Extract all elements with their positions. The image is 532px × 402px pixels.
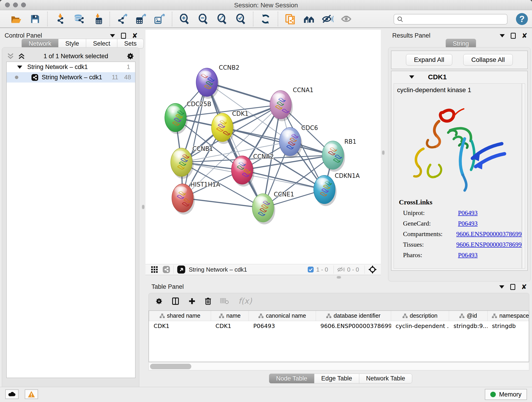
node-CCNB1[interactable]: CCNB1 (171, 145, 213, 179)
close-panel-icon[interactable]: ✘ (521, 284, 527, 290)
hidden-counts: 0 - 0 (347, 266, 359, 273)
node-HIST1H1A[interactable]: HIST1H1A (172, 181, 220, 215)
results-panel-title: Results Panel (392, 32, 431, 39)
float-panel-icon[interactable] (510, 284, 515, 290)
table-cell[interactable]: stringdb:9... (449, 321, 488, 331)
search-box[interactable] (394, 14, 507, 25)
export-image-button[interactable] (152, 12, 167, 26)
table-cell[interactable]: CDK1 (211, 321, 249, 331)
edge-CCNB2-CCNE1[interactable] (207, 82, 263, 208)
tree-expand-icon[interactable] (17, 65, 22, 69)
table-cell[interactable]: P06493 (249, 321, 316, 331)
table-cell[interactable]: CDK1 (149, 321, 211, 331)
refresh-button[interactable] (259, 12, 273, 26)
table-settings-button[interactable] (155, 297, 163, 306)
expand-all-icon[interactable] (18, 53, 25, 60)
column-header-database-identifier[interactable]: database identifier (316, 311, 391, 321)
export-network-button[interactable] (115, 12, 129, 26)
node-CDC6[interactable]: CDC6 (279, 124, 318, 158)
node-table[interactable]: shared namenamecanonical namedatabase id… (149, 311, 529, 362)
open-session-icon (10, 14, 22, 24)
close-panel-icon[interactable]: ✘ (522, 33, 527, 39)
float-panel-icon[interactable] (121, 33, 126, 39)
crosslink-link[interactable]: P06493 (458, 220, 478, 227)
crosslink-link[interactable]: 9606.ENSP00000378699 (456, 230, 522, 238)
birds-eye-view-icon[interactable] (151, 266, 158, 274)
node-RB1[interactable]: RB1 (322, 138, 356, 172)
table-row[interactable]: CDK1CDK1P064939606.ENSP00000378699cyclin… (149, 321, 529, 331)
network-collection-row[interactable]: String Network – cdk1 1 (7, 62, 135, 72)
column-header-name[interactable]: name (211, 311, 249, 321)
panel-menu-icon[interactable] (500, 34, 505, 37)
column-header-shared-name[interactable]: shared name (149, 311, 211, 321)
fit-selected-icon[interactable] (368, 265, 377, 274)
collapse-all-button[interactable]: Collapse All (463, 54, 513, 65)
split-panel-button[interactable] (172, 297, 179, 306)
panel-menu-icon[interactable] (499, 285, 504, 288)
save-session-button[interactable] (28, 12, 42, 26)
hide-selected-button[interactable] (321, 12, 335, 26)
import-network-button[interactable] (53, 12, 67, 26)
network-svg[interactable]: CCNB2CCNA1CDC25BCDK1CDC6RB1CCNB1CCNA2CDK… (146, 30, 381, 264)
zoom-out-button[interactable] (196, 12, 210, 26)
column-header-namespace[interactable]: namespace (488, 311, 529, 321)
column-header-canonical-name[interactable]: canonical name (249, 311, 316, 321)
table-cell[interactable]: stringdb (488, 321, 529, 331)
open-in-window-icon[interactable] (177, 265, 186, 274)
crosslink-link[interactable]: P06493 (458, 209, 478, 217)
gear-icon[interactable] (126, 52, 134, 60)
first-neighbors-button[interactable] (302, 12, 316, 26)
table-cell[interactable]: 9606.ENSP00000378699 (316, 321, 391, 331)
zoom-fit-button[interactable] (215, 12, 229, 26)
results-scrollbar[interactable] (522, 83, 525, 269)
tab-node-table[interactable]: Node Table (269, 374, 314, 383)
table-cell[interactable]: cyclin-dependent ... (391, 321, 449, 331)
column-header-id[interactable]: @id (449, 311, 488, 321)
search-input[interactable] (404, 16, 502, 23)
import-table-button[interactable] (90, 12, 104, 26)
delete-column-button[interactable] (205, 297, 211, 306)
edge-CCNB2-HIST1H1A[interactable] (183, 82, 207, 198)
crosslink-row: Uniprot:P06493 (403, 209, 522, 217)
toolbar-separator (47, 12, 48, 26)
table-horizontal-scrollbar[interactable] (149, 362, 529, 370)
collapse-all-icon[interactable] (7, 53, 14, 60)
add-column-button[interactable] (188, 297, 196, 306)
zoom-selected-button[interactable] (234, 12, 248, 26)
node-CCNB2[interactable]: CCNB2 (196, 64, 239, 99)
memory-button[interactable]: Memory (485, 389, 527, 400)
node-CCNA1[interactable]: CCNA1 (270, 87, 313, 121)
help-button[interactable]: ? (516, 13, 528, 25)
left-splitter-handle[interactable] (142, 205, 145, 209)
network-overview-icon[interactable] (162, 266, 170, 274)
cytoscape-window: Session: New Session ? Control Panel ✘ N… (0, 0, 532, 402)
bottom-splitter-handle[interactable] (336, 276, 341, 279)
crosslink-link[interactable]: 9606.ENSP00000378699 (456, 241, 522, 248)
network-row[interactable]: String Network – cdk1 11 48 (7, 72, 135, 83)
import-network-database-button[interactable] (71, 12, 86, 26)
tab-network-table[interactable]: Network Table (359, 374, 412, 383)
scrollbar-thumb[interactable] (150, 364, 191, 369)
zoom-in-button[interactable] (177, 12, 191, 26)
close-panel-icon[interactable]: ✘ (132, 33, 138, 39)
node-CDC25B[interactable]: CDC25B (165, 101, 211, 134)
entry-collapse-icon[interactable] (409, 75, 414, 79)
tab-edge-table[interactable]: Edge Table (314, 374, 359, 383)
crosslink-link[interactable]: P06493 (458, 251, 478, 259)
open-session-button[interactable] (9, 12, 23, 26)
copy-view-button[interactable] (283, 12, 298, 26)
window-title: Session: New Session (0, 2, 532, 9)
expand-all-button[interactable]: Expand All (406, 54, 452, 65)
node-CDKN1A[interactable]: CDKN1A (314, 172, 360, 206)
show-all-button[interactable] (340, 12, 354, 26)
panel-menu-icon[interactable] (110, 34, 115, 37)
node-CCNE1[interactable]: CCNE1 (252, 191, 294, 224)
export-table-button[interactable] (134, 12, 148, 26)
edge-CDK1-RB1[interactable] (222, 128, 333, 155)
column-header-description[interactable]: description (391, 311, 449, 321)
cloud-status-button[interactable] (5, 389, 19, 399)
node-label-CDC6: CDC6 (301, 124, 318, 131)
warnings-button[interactable] (25, 389, 38, 399)
right-splitter-handle[interactable] (382, 150, 385, 155)
float-panel-icon[interactable] (511, 33, 516, 39)
